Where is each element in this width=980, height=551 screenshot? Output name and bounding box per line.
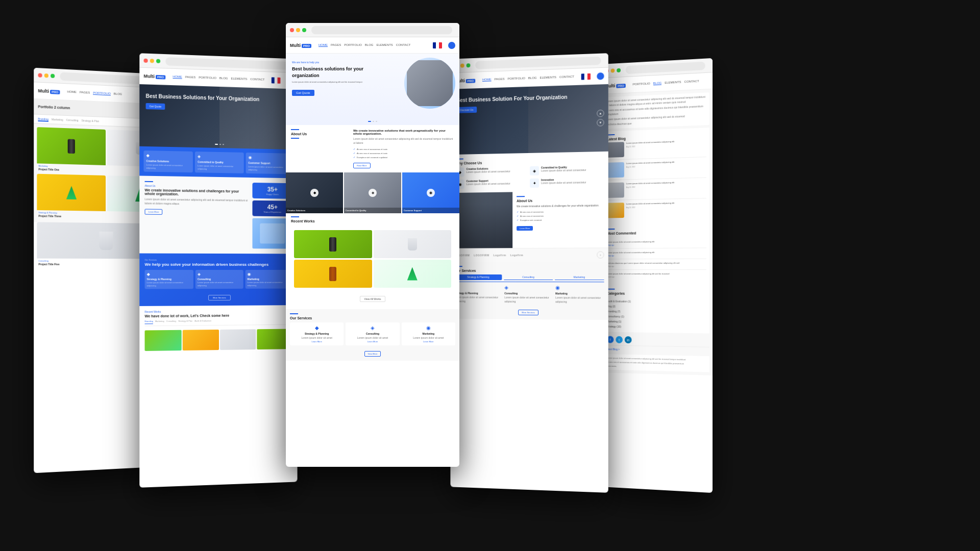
hero-btn-h1[interactable]: Get Quote [146, 103, 165, 110]
blog-entry-2[interactable]: Lorem ipsum dolor sit amet consectetur a… [607, 160, 706, 180]
nav-contact-h2[interactable]: CONTACT [396, 43, 411, 47]
nav-contact-h3[interactable]: CONTACT [559, 75, 574, 79]
nav-links-blog[interactable]: PORTFOLIO BLOG ELEMENTS CONTACT [633, 80, 699, 86]
nav-home-h1[interactable]: HOME [173, 75, 182, 79]
wtab-consulting[interactable]: Consulting [166, 320, 176, 324]
svc-strategy-link[interactable]: Learn More [292, 340, 341, 343]
wtab-branding[interactable]: Branding [145, 320, 153, 324]
mc-entry-4[interactable]: Lorem ipsum dolor sit amet consectetur a… [607, 272, 706, 280]
svc-consulting-link[interactable]: Learn More [348, 340, 397, 343]
nav-links-h2[interactable]: HOME PAGES PORTFOLIO BLOG ELEMENTS CONTA… [318, 43, 410, 47]
work-plant-1[interactable] [374, 260, 452, 288]
svc-tab-3-h3[interactable]: Marketing [555, 274, 604, 280]
mc-entry-2[interactable]: Lorem ipsum dolor sit amet consectetur a… [607, 251, 706, 259]
nav-links[interactable]: HOME PAGES PORTFOLIO BLOG [67, 90, 122, 96]
nav-elements-h1[interactable]: ELEMENTS [231, 77, 247, 81]
more-services-btn-h1[interactable]: More Services [208, 295, 230, 300]
hs-consulting-text: Lorem ipsum dolor sit amet consectetur a… [198, 281, 241, 287]
can-img-2 [329, 267, 336, 281]
about-learnmore-h1[interactable]: Learn More [145, 209, 163, 215]
portfolio-item-3[interactable]: Strategy & Planning Project Title Three [37, 174, 105, 220]
nav-blog[interactable]: BLOG [114, 92, 122, 96]
hero-arrow-up-h3[interactable]: ▲ [597, 110, 604, 117]
about-learnmore-h3[interactable]: Learn More [517, 226, 533, 231]
card-home2: MultiPRO HOME PAGES PORTFOLIO BLOG ELEME… [286, 23, 459, 467]
svc-text-2-h3: Lorem ipsum dolor sit amet consectetur a… [504, 296, 552, 304]
next-blog-link[interactable]: Next Blog > [604, 345, 709, 355]
why-innovation-h3: ✦ Innovation Lorem ipsum dolor sit amet … [530, 178, 603, 188]
nav-pages-h3[interactable]: PAGES [495, 78, 505, 82]
svc-marketing-h2: ◉ Marketing Lorem ipsum dolor sit amet L… [402, 322, 455, 345]
mc-entry-3[interactable]: Technica diacimas que Lorem ipsum dolor … [607, 262, 706, 270]
logos-arrow-h3[interactable]: › [597, 251, 604, 258]
works-tabs-h1[interactable]: Branding Marketing Consulting Strategy &… [145, 319, 292, 327]
blog-entry-4[interactable]: Lorem ipsum dolor sit amet consectetur a… [607, 201, 706, 220]
nav-portfolio[interactable]: PORTFOLIO [93, 91, 110, 96]
nav-contact-blog[interactable]: CONTACT [684, 80, 699, 84]
work-can-1[interactable] [294, 230, 372, 258]
hero-btn-h2[interactable]: Get Quote [292, 90, 314, 96]
svc-tab-1-h3[interactable]: Strategy & Planning [454, 274, 502, 280]
wtab-audit[interactable]: Audit & Evaluation [194, 320, 211, 324]
nav-logo-badge: PRO [50, 89, 60, 94]
nav-contact-h1[interactable]: CONTACT [250, 78, 264, 82]
blog-entry-3[interactable]: Lorem ipsum dolor sit amet consectetur a… [607, 181, 706, 201]
blog-entry-1[interactable]: Lorem ipsum dolor sit amet consectetur a… [607, 139, 706, 160]
wtab-marketing[interactable]: Marketing [155, 320, 164, 324]
work-can-2[interactable] [294, 260, 372, 288]
svc-tab-2-h3[interactable]: Consulting [504, 274, 553, 280]
blog-info-1: Lorem ipsum dolor sit amet consectetur a… [626, 139, 706, 157]
tab-consulting[interactable]: Consulting [66, 118, 79, 122]
svc-marketing-link[interactable]: Learn More [404, 340, 453, 343]
social-li[interactable]: in [625, 336, 632, 343]
nav-pages[interactable]: PAGES [80, 91, 90, 95]
nav-elements-blog[interactable]: ELEMENTS [665, 81, 681, 85]
support-title-h1: Customer Support [248, 161, 291, 165]
badge-blog: PRO [616, 83, 626, 88]
nav-blog-h2[interactable]: BLOG [365, 43, 374, 47]
nav-portfolio-h2[interactable]: PORTFOLIO [344, 43, 362, 47]
nav-pages-h1[interactable]: PAGES [185, 76, 195, 80]
nav-home[interactable]: HOME [67, 90, 77, 94]
view-more-btn-h2[interactable]: View More [364, 351, 381, 357]
tab-marketing[interactable]: Marketing [52, 118, 63, 121]
svc-marketing-icon: ◉ [404, 325, 453, 331]
nav-portfolio-h3[interactable]: PORTFOLIO [507, 77, 525, 81]
more-services-btn-h3[interactable]: More Services [518, 310, 538, 315]
check-2-h2: At vero eos et accusamus et iusto [353, 151, 454, 155]
nav-blog-link[interactable]: BLOG [653, 81, 662, 85]
nav-elements-h2[interactable]: ELEMENTS [377, 43, 393, 47]
nav-portfolio-h1[interactable]: PORTFOLIO [199, 76, 216, 80]
feature-quality-h1: ◈ Committed to Quality Lorem ipsum dolor… [195, 152, 243, 173]
nav-elements-h3[interactable]: ELEMENTS [540, 76, 556, 80]
wtab-strategy[interactable]: Strategy & Plan [178, 320, 192, 324]
view-all-btn-h2[interactable]: View All Works [360, 296, 386, 302]
hero-arrow-down-h3[interactable]: ▼ [597, 119, 604, 127]
nav-home-h2[interactable]: HOME [318, 43, 328, 47]
about-overlay-grad [450, 203, 512, 248]
latest-blog-section: Latest Blog Lorem ipsum dolor sit amet c… [604, 128, 709, 226]
hero-btn-h3[interactable]: Discover Us [456, 107, 477, 113]
mc-entry-1[interactable]: Lorem ipsum dolor sit amet consectetur a… [607, 240, 706, 249]
nav-pages-h2[interactable]: PAGES [331, 43, 341, 47]
nav-blog-h3[interactable]: BLOG [528, 76, 537, 80]
svc-text-3-h3: Lorem ipsum dolor sit amet consectetur a… [555, 296, 604, 304]
work-cup-1[interactable] [374, 230, 452, 258]
about-title-h3: About Us [517, 198, 604, 203]
about-readmore-h2[interactable]: Read More [353, 163, 371, 168]
nav-blog-h1[interactable]: BLOG [219, 77, 228, 81]
nav-portfolio-blog[interactable]: PORTFOLIO [633, 82, 650, 87]
nav-links-h3[interactable]: HOME PAGES PORTFOLIO BLOG ELEMENTS CONTA… [482, 75, 574, 82]
portfolio-item-1[interactable]: Marketing Project Title One [37, 127, 105, 174]
about-title-h1: We create innovative solutions and chall… [145, 188, 249, 197]
feature-creative-h1: ◆ Creative Solutions Lorem ipsum dolor s… [143, 151, 193, 172]
nav-circle-h3[interactable] [597, 72, 604, 80]
tab-branding[interactable]: Branding [38, 117, 48, 122]
nav-links-h1[interactable]: HOME PAGES PORTFOLIO BLOG ELEMENTS CONTA… [173, 75, 265, 82]
tab-strategy[interactable]: Strategy & Plan [82, 119, 100, 122]
nav-home-h3[interactable]: HOME [482, 78, 492, 82]
cat-6[interactable]: Strategy (10) [607, 324, 706, 331]
why-section-h3: Why Choose Us ◆ Creative Solutions Lorem… [450, 152, 608, 193]
nav-circle-h2[interactable] [448, 42, 455, 49]
social-tw[interactable]: t [616, 336, 623, 343]
